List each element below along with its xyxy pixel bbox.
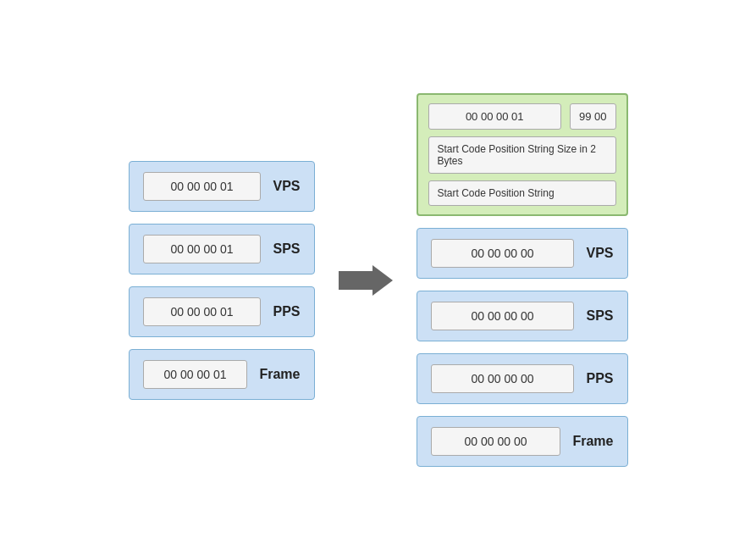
green-desc2: Start Code Position String	[428, 180, 616, 206]
left-vps-box: 00 00 00 01 VPS	[129, 161, 315, 212]
right-frame-box: 00 00 00 00 Frame	[417, 416, 628, 467]
left-pps-code: 00 00 00 01	[143, 297, 262, 326]
right-pps-box: 00 00 00 00 PPS	[417, 353, 628, 404]
green-desc1: Start Code Position String Size in 2 Byt…	[428, 136, 616, 174]
green-header-box: 00 00 00 01 99 00 Start Code Position St…	[417, 93, 628, 216]
green-code: 00 00 00 01	[428, 103, 561, 130]
left-pps-box: 00 00 00 01 PPS	[129, 286, 315, 337]
arrow-container	[340, 265, 391, 296]
green-top-row: 00 00 00 01 99 00	[428, 103, 616, 130]
right-vps-label: VPS	[586, 246, 613, 261]
right-pps-label: PPS	[586, 371, 613, 386]
left-sps-code: 00 00 00 01	[143, 235, 262, 263]
left-frame-code: 00 00 00 01	[143, 360, 248, 389]
right-sps-code: 00 00 00 00	[431, 302, 575, 330]
right-pps-code: 00 00 00 00	[431, 364, 575, 393]
right-frame-label: Frame	[572, 434, 613, 449]
left-sps-label: SPS	[273, 241, 300, 257]
right-vps-code: 00 00 00 00	[431, 239, 575, 268]
right-arrow-icon	[339, 265, 393, 296]
arrow-head	[372, 265, 393, 296]
green-size-code: 99 00	[570, 103, 616, 130]
left-pps-label: PPS	[273, 304, 300, 319]
arrow-body	[339, 271, 372, 290]
left-column: 00 00 00 01 VPS 00 00 00 01 SPS 00 00 00…	[129, 161, 315, 400]
right-frame-code: 00 00 00 00	[431, 427, 561, 456]
right-vps-box: 00 00 00 00 VPS	[417, 228, 628, 279]
right-sps-label: SPS	[586, 308, 613, 324]
diagram-container: 00 00 00 01 VPS 00 00 00 01 SPS 00 00 00…	[112, 76, 645, 484]
right-column: 00 00 00 01 99 00 Start Code Position St…	[417, 93, 628, 467]
left-vps-label: VPS	[273, 179, 300, 194]
left-sps-box: 00 00 00 01 SPS	[129, 224, 315, 274]
left-frame-box: 00 00 00 01 Frame	[129, 349, 315, 400]
left-vps-code: 00 00 00 01	[143, 172, 262, 201]
left-frame-label: Frame	[259, 367, 300, 382]
right-sps-box: 00 00 00 00 SPS	[417, 291, 628, 341]
